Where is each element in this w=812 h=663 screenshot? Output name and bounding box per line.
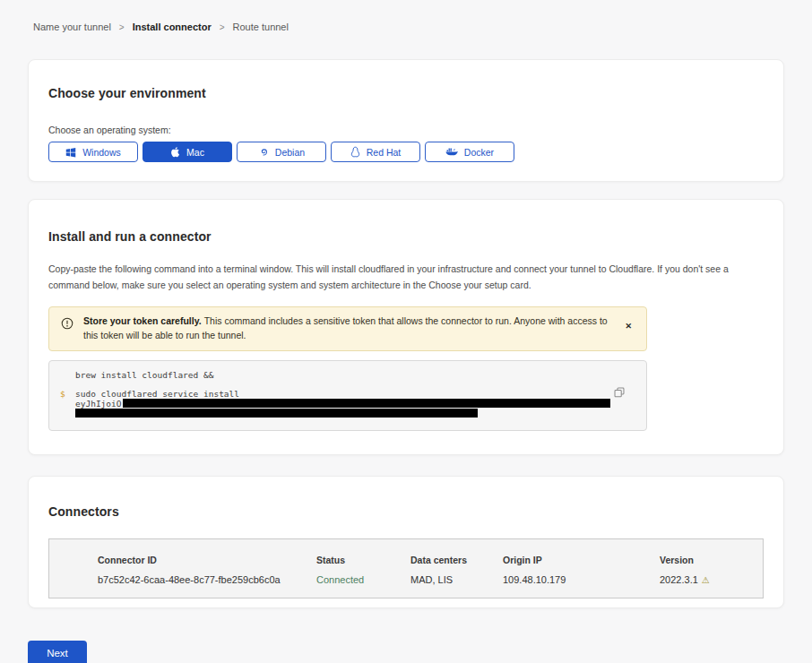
os-select-label: Choose an operating system:	[48, 125, 764, 135]
token-warning-banner: Store your token carefully.This command …	[48, 306, 647, 351]
connectors-card-title: Connectors	[48, 504, 764, 519]
column-header-data-centers: Data centers	[410, 555, 503, 565]
command-line-1: brew install cloudflared &&	[49, 370, 646, 380]
breadcrumb-separator: >	[119, 22, 125, 32]
redacted-token-bar	[123, 399, 610, 408]
column-header-connector-id: Connector ID	[98, 555, 316, 565]
apple-icon	[170, 146, 180, 158]
choose-environment-card: Choose your environment Choose an operat…	[28, 59, 784, 182]
breadcrumb-step-route-tunnel[interactable]: Route tunnel	[233, 22, 289, 32]
debian-icon	[258, 147, 269, 158]
column-header-status: Status	[316, 555, 410, 565]
version-warning-icon: ⚠	[702, 575, 710, 585]
environment-card-title: Choose your environment	[48, 86, 764, 100]
breadcrumb: Name your tunnel > Install connector > R…	[0, 0, 812, 32]
token-line-2	[49, 409, 646, 419]
version-number: 2022.3.1	[660, 574, 698, 585]
docker-icon	[445, 147, 458, 157]
os-button-label: Debian	[275, 147, 305, 158]
os-button-mac[interactable]: Mac	[143, 142, 232, 162]
token-warning-bold: Store your token carefully.	[83, 315, 202, 326]
data-centers-value: MAD, LIS	[410, 574, 503, 585]
os-button-docker[interactable]: Docker	[425, 142, 514, 162]
os-button-label: Mac	[186, 147, 204, 158]
install-connector-card: Install and run a connector Copy-paste t…	[28, 199, 784, 455]
os-button-label: Red Hat	[367, 147, 402, 158]
windows-icon	[65, 147, 76, 158]
connectors-card: Connectors Connector ID Status Data cent…	[28, 476, 784, 608]
breadcrumb-step-install-connector[interactable]: Install connector	[133, 22, 212, 32]
os-button-label: Docker	[464, 147, 494, 158]
command-line-1-text: brew install cloudflared &&	[75, 370, 213, 380]
redhat-icon	[350, 146, 360, 158]
os-button-group: Windows Mac Debian Red Hat Docker	[48, 142, 764, 162]
breadcrumb-step-name-your-tunnel[interactable]: Name your tunnel	[33, 22, 111, 32]
breadcrumb-separator: >	[220, 22, 225, 32]
next-button[interactable]: Next	[28, 641, 87, 663]
token-prefix: eyJhIjoiO	[75, 399, 121, 409]
alert-circle-icon	[61, 317, 73, 330]
command-line-2-text: sudo cloudflared service install	[75, 389, 239, 399]
redacted-token-bar	[75, 409, 478, 418]
install-command-block: brew install cloudflared && $ sudo cloud…	[48, 360, 647, 431]
origin-ip-value: 109.48.10.179	[503, 574, 660, 585]
table-header-row: Connector ID Status Data centers Origin …	[98, 555, 763, 565]
os-button-label: Windows	[82, 147, 121, 158]
copy-icon[interactable]	[612, 385, 626, 402]
install-instructions: Copy-paste the following command into a …	[48, 261, 761, 293]
token-warning-text: Store your token carefully.This command …	[83, 314, 611, 343]
close-icon[interactable]: ✕	[621, 320, 635, 332]
os-button-debian[interactable]: Debian	[237, 142, 326, 162]
token-line-1: eyJhIjoiO	[49, 399, 646, 409]
column-header-version: Version	[660, 555, 763, 565]
column-header-origin-ip: Origin IP	[503, 555, 660, 565]
status-badge: Connected	[316, 574, 410, 585]
shell-prompt: $	[60, 389, 65, 399]
command-line-2: $ sudo cloudflared service install	[49, 389, 646, 399]
os-button-windows[interactable]: Windows	[48, 142, 138, 162]
connectors-table: Connector ID Status Data centers Origin …	[48, 538, 764, 598]
connector-id-value: b7c52c42-6caa-48ee-8c77-fbe259cb6c0a	[98, 574, 316, 585]
install-card-title: Install and run a connector	[48, 229, 764, 244]
os-button-redhat[interactable]: Red Hat	[331, 142, 420, 162]
table-row: b7c52c42-6caa-48ee-8c77-fbe259cb6c0a Con…	[98, 574, 763, 585]
version-value: 2022.3.1⚠	[660, 574, 763, 585]
